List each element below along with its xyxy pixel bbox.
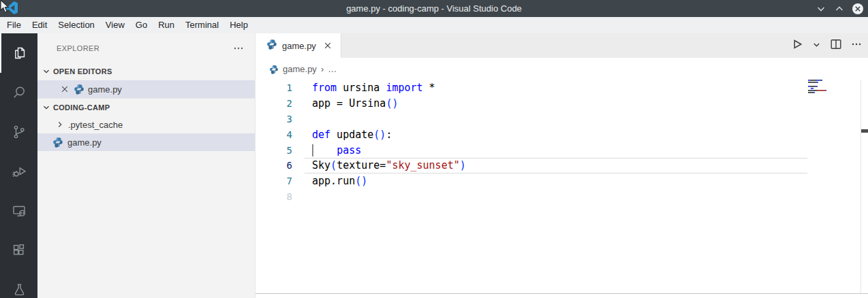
code-line-7[interactable]: 7app.run() — [255, 173, 868, 189]
menu-item-edit[interactable]: Edit — [27, 17, 52, 33]
activity-bar-item-source-control[interactable] — [0, 112, 37, 152]
code-token: () — [373, 129, 386, 141]
menu-item-help[interactable]: Help — [224, 17, 253, 33]
activity-bar-item-testing[interactable] — [0, 270, 37, 298]
code-line-3[interactable]: 3 — [255, 112, 868, 127]
line-number[interactable]: 7 — [255, 173, 312, 189]
more-actions-button[interactable] — [850, 37, 863, 54]
code-line-5[interactable]: 5 pass — [255, 143, 868, 159]
close-icon[interactable] — [60, 84, 69, 94]
code-token: import — [386, 82, 422, 94]
vscode-window: game.py - coding-camp - Visual Studio Co… — [0, 0, 868, 298]
tab-game.py[interactable]: game.py — [255, 33, 341, 58]
code-text: def update(): — [312, 127, 392, 143]
code-token: * — [423, 82, 435, 94]
split-editor-icon — [829, 37, 843, 54]
minimize-button[interactable] — [815, 3, 827, 15]
minimap-line — [808, 88, 813, 89]
line-number[interactable]: 5 — [255, 143, 312, 159]
code-token: app.run — [312, 175, 355, 187]
minimap-segment — [821, 80, 822, 81]
python-icon — [52, 137, 63, 148]
line-number[interactable]: 6 — [255, 158, 312, 173]
code-text: from ursina import * — [312, 80, 435, 96]
breadcrumb-item-symbol[interactable]: … — [328, 64, 337, 74]
code-token: "sky_sunset" — [386, 159, 459, 171]
minimap-segment — [811, 80, 817, 81]
tree-item-.pytest_cache[interactable]: .pytest_cache — [37, 116, 255, 133]
code-line-1[interactable]: 1from ursina import * — [255, 80, 868, 96]
section-label: OPEN EDITORS — [53, 67, 112, 76]
code-token: update — [330, 129, 373, 141]
minimap-segment — [826, 90, 826, 91]
code-token: () — [355, 175, 367, 187]
code-line-4[interactable]: 4def update(): — [255, 127, 868, 143]
code-line-6[interactable]: 6Sky(texture="sky_sunset") — [255, 158, 868, 173]
minimap[interactable] — [808, 80, 849, 100]
maximize-button[interactable] — [833, 3, 846, 15]
run-dropdown-button[interactable] — [811, 38, 822, 53]
tab-bar: game.py — [255, 33, 868, 58]
line-number[interactable]: 1 — [255, 80, 312, 96]
line-number[interactable]: 8 — [255, 189, 312, 205]
code-text: app.run() — [312, 173, 367, 189]
tree-item-game.py[interactable]: game.py — [37, 133, 255, 151]
menu-item-terminal[interactable]: Terminal — [180, 17, 224, 33]
line-number[interactable]: 3 — [255, 112, 312, 127]
section-header-workspace[interactable]: CODING-CAMP — [37, 98, 255, 116]
code-token: pass — [337, 144, 361, 156]
code-token: Sky — [312, 159, 330, 171]
chevron-down-icon — [42, 67, 50, 76]
section-header-open-editors[interactable]: OPEN EDITORS — [37, 63, 255, 80]
menu-item-run[interactable]: Run — [153, 17, 180, 33]
activity-bar — [0, 33, 37, 298]
line-number[interactable]: 2 — [255, 96, 312, 112]
menu-item-selection[interactable]: Selection — [52, 17, 99, 33]
code-text: app = Ursina() — [312, 96, 398, 112]
breadcrumb-separator: › — [321, 64, 324, 74]
menu-item-file[interactable]: File — [1, 17, 27, 33]
activity-bar-item-search[interactable] — [0, 73, 37, 112]
more-actions-icon[interactable] — [233, 43, 244, 54]
code-line-2[interactable]: 2app = Ursina() — [255, 96, 868, 112]
close-button[interactable] — [852, 3, 864, 15]
code-editor[interactable]: 1from ursina import *2app = Ursina()34de… — [255, 80, 868, 250]
run-icon — [790, 37, 804, 54]
activity-bar-item-files[interactable] — [0, 33, 37, 73]
extensions-icon — [11, 242, 27, 259]
code-token: ) — [460, 159, 466, 171]
split-editor-button[interactable] — [828, 36, 844, 55]
open-editor-label: game.py — [88, 84, 122, 95]
section-label: CODING-CAMP — [53, 103, 110, 112]
editor-toolbar — [789, 33, 863, 58]
minimap-segment — [808, 92, 813, 93]
title-bar: game.py - coding-camp - Visual Studio Co… — [0, 0, 868, 17]
sidebar-title: EXPLORER — [57, 44, 233, 52]
window-title: game.py - coding-camp - Visual Studio Co… — [0, 0, 868, 17]
minimap-segment — [808, 82, 817, 83]
source-control-icon — [11, 124, 27, 140]
activity-bar-item-remote-explorer[interactable] — [0, 191, 37, 231]
menu-item-view[interactable]: View — [100, 17, 130, 33]
overview-ruler-cursor-mark — [861, 129, 868, 133]
minimap-segment — [817, 90, 826, 91]
sidebar-title-row: EXPLORER — [37, 33, 255, 63]
remote-explorer-icon — [11, 203, 27, 219]
close-icon[interactable] — [323, 41, 332, 50]
breadcrumb: game.py›… — [255, 58, 868, 80]
menu-item-go[interactable]: Go — [130, 17, 153, 33]
code-line-8[interactable]: 8 — [255, 189, 868, 205]
python-icon — [269, 65, 279, 74]
line-number[interactable]: 4 — [255, 127, 312, 143]
window-controls — [815, 0, 864, 17]
run-button[interactable] — [789, 36, 805, 55]
code-token: def — [312, 129, 330, 141]
breadcrumb-item-file[interactable]: game.py — [269, 64, 317, 74]
minimap-segment — [813, 92, 815, 93]
files-icon — [12, 45, 28, 61]
activity-bar-item-extensions[interactable] — [0, 231, 37, 270]
minimap-segment — [811, 88, 813, 89]
open-editor-item-game.py[interactable]: game.py — [37, 80, 255, 98]
activity-bar-item-run-debug[interactable] — [0, 152, 37, 191]
run-debug-icon — [11, 163, 27, 180]
